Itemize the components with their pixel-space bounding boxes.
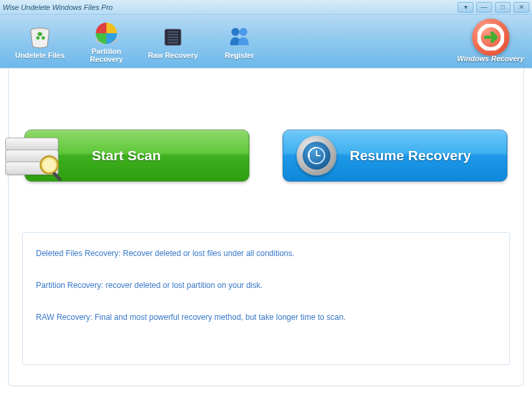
minimize-button[interactable]: —: [476, 2, 492, 13]
people-icon: [223, 23, 255, 51]
recycle-bin-icon: [24, 23, 56, 51]
window-controls: ▾ — □ ✕: [458, 2, 529, 13]
window-title: Wise Undelete Windows Files Pro: [3, 3, 458, 11]
titlebar: Wise Undelete Windows Files Pro ▾ — □ ✕: [0, 0, 532, 15]
toolbar: Undelete Files Partition Recovery: [0, 15, 532, 68]
inner-panel: Start Scan: [8, 68, 524, 386]
dropdown-button[interactable]: ▾: [458, 2, 473, 13]
content-area: Start Scan: [0, 68, 532, 399]
start-scan-button[interactable]: Start Scan: [25, 130, 249, 182]
info-box: Deleted Files Recovery: Recover deleted …: [22, 232, 510, 365]
main-buttons: Start Scan: [22, 130, 510, 182]
clock-icon: [283, 136, 350, 176]
pie-chart-icon: [90, 19, 122, 47]
close-button[interactable]: ✕: [513, 2, 529, 13]
toolbar-undelete-files[interactable]: Undelete Files: [7, 23, 73, 59]
toolbar-label: Raw Recovery: [148, 51, 198, 59]
chip-icon: [157, 23, 189, 51]
maximize-button[interactable]: □: [495, 2, 511, 13]
svg-rect-13: [52, 172, 62, 182]
info-deleted-files: Deleted Files Recovery: Recover deleted …: [36, 249, 496, 258]
toolbar-label: Undelete Files: [15, 51, 65, 59]
toolbar-raw-recovery[interactable]: Raw Recovery: [140, 23, 206, 59]
toolbar-label: Register: [225, 51, 254, 59]
toolbar-partition-recovery[interactable]: Partition Recovery: [73, 19, 140, 63]
life-ring-icon: [472, 19, 509, 56]
svg-point-9: [239, 28, 247, 36]
resume-recovery-label: Resume Recovery: [350, 148, 471, 164]
start-scan-label: Start Scan: [92, 148, 161, 164]
toolbar-register[interactable]: Register: [206, 23, 273, 59]
svg-point-12: [43, 159, 55, 171]
resume-recovery-button[interactable]: Resume Recovery: [283, 130, 507, 182]
svg-point-8: [231, 28, 239, 36]
info-raw: RAW Recovery: Final and most powerful re…: [36, 313, 496, 322]
info-partition: Partition Recovery: recover deleted or l…: [36, 281, 496, 290]
brand-label: Windows Recovery: [457, 55, 524, 63]
toolbar-label: Partition Recovery: [90, 47, 123, 63]
brand-logo: Windows Recovery: [457, 19, 524, 63]
